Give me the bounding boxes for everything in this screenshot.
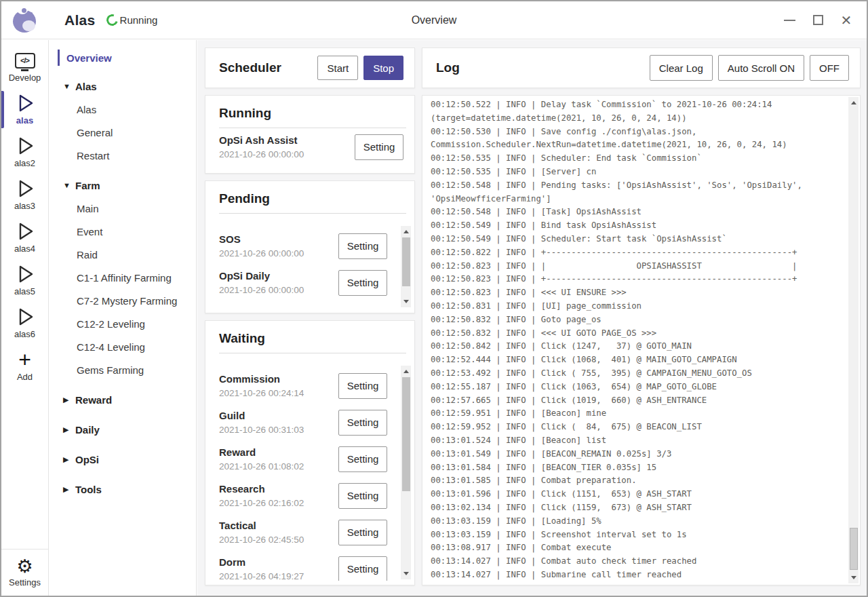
divider <box>219 353 406 353</box>
iconbar-item-alas4[interactable]: alas4 <box>1 216 49 259</box>
app-window: Alas Running Overview ✕ </> Develop alas… <box>0 0 868 597</box>
running-title: Running <box>205 96 414 128</box>
task-row: Research 2021-10-26 02:16:02 Setting <box>219 477 387 514</box>
nav-item-general[interactable]: General <box>50 121 196 144</box>
nav-item-c12-2-leveling[interactable]: C12-2 Leveling <box>50 312 196 335</box>
waiting-card: Waiting Commission 2021-10-26 00:24:14 S… <box>205 320 415 585</box>
task-row: Guild 2021-10-26 00:31:03 Setting <box>219 404 387 440</box>
scroll-up-icon[interactable] <box>403 370 409 373</box>
pending-title: Pending <box>205 181 414 213</box>
task-time: 2021-10-26 00:24:14 <box>219 387 338 400</box>
task-name: Guild <box>219 408 338 423</box>
scrollbar-thumb[interactable] <box>850 528 858 570</box>
waiting-list: Commission 2021-10-26 00:24:14 Setting G… <box>205 363 414 581</box>
config-sidebar: </> Develop alas alas2 alas3 alas4 alas5… <box>1 40 49 596</box>
minimize-button[interactable] <box>780 11 799 30</box>
running-spinner-icon <box>104 12 120 28</box>
iconbar-item-develop[interactable]: </> Develop <box>1 45 49 88</box>
task-setting-button[interactable]: Setting <box>338 446 387 472</box>
scheduler-start-button[interactable]: Start <box>317 56 358 80</box>
chevron-right-icon: ▶ <box>63 485 75 494</box>
alas-logo-icon <box>12 7 39 34</box>
nav-item-restart[interactable]: Restart <box>50 144 196 167</box>
chevron-right-icon: ▶ <box>63 455 75 464</box>
pending-scrollbar[interactable] <box>401 226 411 307</box>
close-icon: ✕ <box>841 14 852 27</box>
task-row: Commission 2021-10-26 00:24:14 Setting <box>219 367 387 404</box>
pending-card: Pending SOS 2021-10-26 00:00:00 Setting … <box>205 180 415 313</box>
chevron-right-icon: ▶ <box>63 396 75 404</box>
nav-group-tools[interactable]: ▶Tools <box>50 478 196 501</box>
iconbar-item-alas5[interactable]: alas5 <box>1 259 49 302</box>
scrollbar-thumb[interactable] <box>402 377 410 491</box>
nav-group-daily[interactable]: ▶Daily <box>50 418 196 441</box>
task-name: SOS <box>219 232 338 246</box>
task-setting-button[interactable]: Setting <box>338 373 387 399</box>
play-icon <box>15 263 35 285</box>
nav-item-alas[interactable]: Alas <box>50 98 196 121</box>
task-row: SOS 2021-10-26 00:00:00 Setting <box>219 227 387 264</box>
task-name: Reward <box>219 445 338 459</box>
iconbar-item-alas6[interactable]: alas6 <box>1 302 49 345</box>
scroll-down-icon[interactable] <box>403 300 409 303</box>
task-setting-button[interactable]: Setting <box>355 134 403 160</box>
task-setting-button[interactable]: Setting <box>338 520 387 545</box>
scrollbar-thumb[interactable] <box>402 237 410 286</box>
task-name: OpSi Meowfficer Farming <box>219 305 338 307</box>
nav-item-c12-4-leveling[interactable]: C12-4 Leveling <box>50 335 196 358</box>
nav-item-gems-farming[interactable]: Gems Farming <box>50 358 196 381</box>
close-button[interactable]: ✕ <box>837 11 856 30</box>
nav-item-overview[interactable]: Overview <box>50 47 196 68</box>
scheduler-status-text: Running <box>120 14 158 26</box>
play-icon <box>15 220 35 242</box>
plus-icon: + <box>18 350 31 369</box>
iconbar-item-alas2[interactable]: alas2 <box>1 131 49 174</box>
scheduler-stop-button[interactable]: Stop <box>363 56 403 80</box>
auto-scroll-off-button[interactable]: OFF <box>810 55 849 81</box>
nav-group-alas[interactable]: ▼Alas <box>50 75 196 98</box>
maximize-button[interactable] <box>808 11 827 30</box>
app-name: Alas <box>64 12 96 28</box>
task-time: 2021-10-26 00:00:00 <box>219 284 338 296</box>
nav-item-raid[interactable]: Raid <box>50 243 196 266</box>
task-setting-button[interactable]: Setting <box>338 307 387 308</box>
task-setting-button[interactable]: Setting <box>338 233 387 259</box>
scroll-up-icon[interactable] <box>403 230 409 233</box>
log-panel: 00:12:50.522 | INFO | Delay task `Commis… <box>422 95 861 585</box>
nav-item-event[interactable]: Event <box>50 220 196 243</box>
task-time: 2021-10-26 01:08:02 <box>219 460 338 473</box>
pending-list: SOS 2021-10-26 00:00:00 Setting OpSi Dai… <box>205 223 414 307</box>
nav-item-main[interactable]: Main <box>50 197 196 220</box>
nav-item-c7-2-mystery-farming[interactable]: C7-2 Mystery Farming <box>50 289 196 312</box>
nav-item-c1-1-affinity-farming[interactable]: C1-1 Affinity Farming <box>50 266 196 289</box>
scroll-down-icon[interactable] <box>851 576 856 579</box>
task-nav: Overview ▼Alas Alas General Restart ▼Far… <box>50 40 197 596</box>
nav-group-reward[interactable]: ▶Reward <box>50 388 196 411</box>
play-icon <box>15 306 35 328</box>
task-row: OpSi Daily 2021-10-26 00:00:00 Setting <box>219 264 387 301</box>
task-name: Dorm <box>219 555 338 569</box>
iconbar-item-settings[interactable]: ⚙ Settings <box>1 549 49 596</box>
task-setting-button[interactable]: Setting <box>338 410 387 436</box>
task-setting-button[interactable]: Setting <box>338 556 387 581</box>
waiting-scrollbar[interactable] <box>401 366 411 579</box>
auto-scroll-on-button[interactable]: Auto Scroll ON <box>718 55 804 81</box>
task-row: OpSi Meowfficer Farming Setting <box>219 301 387 307</box>
iconbar-item-alas3[interactable]: alas3 <box>1 174 49 216</box>
task-time: 2021-10-26 00:31:03 <box>219 423 338 436</box>
iconbar-item-alas[interactable]: alas <box>1 88 49 131</box>
task-setting-button[interactable]: Setting <box>338 270 387 296</box>
divider <box>219 213 406 214</box>
gear-icon: ⚙ <box>16 556 33 577</box>
scroll-up-icon[interactable] <box>851 101 856 104</box>
main-content: Scheduler Start Stop Running OpSi Ash As… <box>197 40 867 596</box>
log-scrollbar[interactable] <box>848 97 859 583</box>
titlebar: Alas Running Overview ✕ <box>1 1 867 39</box>
waiting-title: Waiting <box>205 321 414 353</box>
nav-group-farm[interactable]: ▼Farm <box>50 174 196 197</box>
task-setting-button[interactable]: Setting <box>338 483 387 509</box>
nav-group-opsi[interactable]: ▶OpSi <box>50 448 196 471</box>
scroll-down-icon[interactable] <box>403 572 409 575</box>
iconbar-item-add[interactable]: + Add <box>1 345 49 387</box>
clear-log-button[interactable]: Clear Log <box>650 55 713 81</box>
